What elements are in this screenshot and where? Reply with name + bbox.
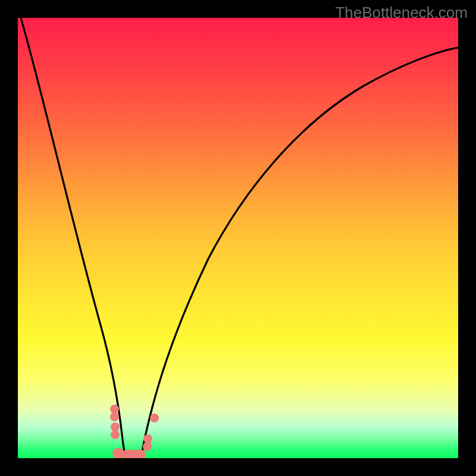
bottleneck-curve [18,18,458,458]
curve-right-branch [141,48,458,458]
marker-dot [150,414,159,422]
marker-dot [143,442,152,451]
marker-dot [111,430,120,439]
curve-left-branch [21,18,126,458]
plot-area [18,18,458,458]
marker-capsule-long [122,450,146,458]
watermark-text: TheBottleneck.com [335,4,468,22]
marker-dot [110,412,119,421]
